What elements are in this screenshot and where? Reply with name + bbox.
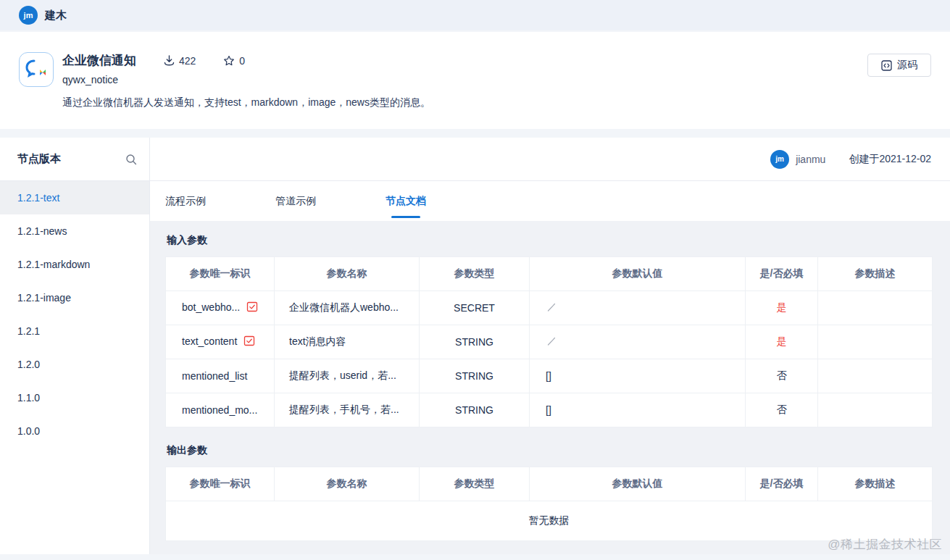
version-item-1-2-1-news[interactable]: 1.2.1-news — [0, 214, 149, 248]
table-header-row: 参数唯一标识 参数名称 参数类型 参数默认值 是/否必填 参数描述 — [166, 467, 933, 501]
version-item-1-1-0[interactable]: 1.1.0 — [0, 381, 149, 414]
author-avatar: jm — [770, 150, 789, 169]
created-date: 创建于2021-12-02 — [849, 153, 931, 166]
content-header: jm jianmu 创建于2021-12-02 — [150, 138, 950, 181]
input-params-title: 输入参数 — [167, 234, 932, 247]
source-code-button[interactable]: 源码 — [867, 54, 931, 77]
version-item-1-2-0[interactable]: 1.2.0 — [0, 348, 149, 381]
table-row: mentioned_list 提醒列表，userid，若... STRING [… — [166, 359, 933, 393]
tab-pipeline-example[interactable]: 管道示例 — [275, 181, 316, 221]
param-type: STRING — [420, 325, 530, 359]
col-param-default: 参数默认值 — [530, 257, 746, 291]
topbar: jm 建木 — [0, 0, 950, 30]
tab-node-doc[interactable]: 节点文档 — [386, 181, 426, 221]
col-param-type: 参数类型 — [420, 467, 530, 501]
version-list: 1.2.1-text 1.2.1-news 1.2.1-markdown 1.2… — [0, 181, 149, 448]
param-desc — [818, 393, 933, 427]
col-param-desc: 参数描述 — [818, 467, 933, 501]
param-required: 是 — [746, 291, 818, 325]
param-type: STRING — [420, 393, 530, 427]
jianmu-logo[interactable]: jm — [19, 6, 38, 25]
version-item-1-0-0[interactable]: 1.0.0 — [0, 414, 149, 448]
param-id: mentioned_list — [182, 370, 247, 382]
param-name: 企业微信机器人webho... — [275, 291, 420, 325]
table-row: mentioned_mo... 提醒列表，手机号，若... STRING [] … — [166, 393, 933, 427]
output-params-table: 参数唯一标识 参数名称 参数类型 参数默认值 是/否必填 参数描述 暂无数据 — [165, 467, 933, 541]
tab-bar: 流程示例 管道示例 节点文档 — [150, 181, 950, 221]
version-item-1-2-1[interactable]: 1.2.1 — [0, 314, 149, 348]
brand-name: 建木 — [45, 9, 67, 22]
empty-value-slash-icon — [546, 335, 557, 349]
param-name: 提醒列表，手机号，若... — [275, 393, 420, 427]
param-required: 否 — [746, 359, 818, 393]
node-doc-panel: 输入参数 参数唯一标识 参数名称 参数类型 参数默认值 是/否必填 参数描述 b… — [150, 221, 950, 554]
param-type: SECRET — [420, 291, 530, 325]
param-desc — [818, 325, 933, 359]
table-row: text_content text消息内容 STRING 是 — [166, 325, 933, 359]
tab-workflow-example[interactable]: 流程示例 — [165, 181, 206, 221]
page-title: 企业微信通知 — [62, 52, 136, 69]
col-param-name: 参数名称 — [275, 257, 420, 291]
param-id: text_content — [182, 335, 237, 347]
param-default: [] — [530, 359, 746, 393]
param-default: [] — [530, 393, 746, 427]
col-param-default: 参数默认值 — [530, 467, 746, 501]
param-name: text消息内容 — [275, 325, 420, 359]
input-params-table: 参数唯一标识 参数名称 参数类型 参数默认值 是/否必填 参数描述 bot_we… — [165, 256, 933, 427]
download-icon — [164, 55, 175, 66]
node-header-card: 企业微信通知 422 0 qywx_notice — [0, 32, 950, 129]
star-icon — [223, 55, 235, 67]
param-desc — [818, 291, 933, 325]
param-id: bot_webho... — [182, 301, 240, 313]
no-data-text: 暂无数据 — [166, 501, 933, 541]
node-description: 通过企业微信机器人发送通知，支持test，markdown，image，news… — [62, 96, 867, 109]
main-panel: 节点版本 1.2.1-text 1.2.1-news 1.2.1-markdow… — [0, 138, 950, 554]
param-required: 否 — [746, 393, 818, 427]
col-param-type: 参数类型 — [420, 257, 530, 291]
empty-row: 暂无数据 — [166, 501, 933, 541]
param-required: 是 — [746, 325, 818, 359]
node-ref-name: qywx_notice — [62, 74, 867, 85]
version-sidebar: 节点版本 1.2.1-text 1.2.1-news 1.2.1-markdow… — [0, 138, 150, 554]
param-type: STRING — [420, 359, 530, 393]
version-item-1-2-1-text[interactable]: 1.2.1-text — [0, 181, 149, 214]
search-icon[interactable] — [125, 153, 138, 166]
code-icon — [881, 60, 892, 71]
version-item-1-2-1-image[interactable]: 1.2.1-image — [0, 281, 149, 314]
output-params-title: 输出参数 — [167, 444, 932, 457]
col-param-required: 是/否必填 — [746, 257, 818, 291]
author-name: jianmu — [796, 154, 825, 165]
version-item-1-2-1-markdown[interactable]: 1.2.1-markdown — [0, 248, 149, 281]
table-header-row: 参数唯一标识 参数名称 参数类型 参数默认值 是/否必填 参数描述 — [166, 257, 933, 291]
star-count[interactable]: 0 — [223, 55, 245, 67]
col-param-required: 是/否必填 — [746, 467, 818, 501]
col-param-name: 参数名称 — [275, 467, 420, 501]
col-param-ref: 参数唯一标识 — [166, 467, 275, 501]
required-checkbox-icon — [243, 335, 255, 349]
empty-value-slash-icon — [546, 301, 557, 315]
col-param-desc: 参数描述 — [818, 257, 933, 291]
required-checkbox-icon — [246, 301, 258, 315]
param-id: mentioned_mo... — [182, 404, 257, 416]
param-desc — [818, 359, 933, 393]
col-param-ref: 参数唯一标识 — [166, 257, 275, 291]
content-area: jm jianmu 创建于2021-12-02 流程示例 管道示例 节点文档 输… — [150, 138, 950, 554]
param-name: 提醒列表，userid，若... — [275, 359, 420, 393]
table-row: bot_webho... 企业微信机器人webho... SECRET 是 — [166, 291, 933, 325]
download-count: 422 — [164, 55, 196, 67]
wecom-node-icon — [19, 52, 54, 87]
sidebar-title: 节点版本 — [17, 152, 125, 166]
